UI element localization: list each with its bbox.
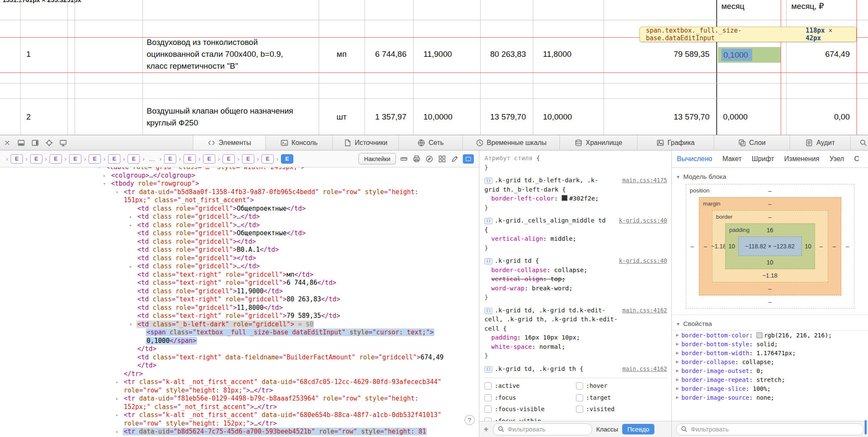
pseudo-class-toggle[interactable]: :visited [576, 405, 668, 414]
breadcrumb-element-chip[interactable]: E [203, 154, 215, 164]
pseudo-class-toggle[interactable]: :target [576, 393, 668, 403]
new-rule-button[interactable]: + [484, 425, 489, 434]
dom-tree-line[interactable]: <td class role="gridcell">11,9000</td> [0, 287, 479, 296]
sidebar-tab[interactable]: Шрифт [752, 155, 774, 163]
stylesheet-link[interactable]: main.css:4175 [622, 176, 667, 185]
css-rule[interactable]: {}.k-grid._cells_align_middle tdk-grid.s… [484, 216, 667, 253]
computed-property-row[interactable]: ▶border-image-source: none; [672, 393, 868, 402]
css-rule[interactable]: {}.k-grid td._b-left-dark, .k-main.css:4… [484, 176, 667, 212]
css-rule[interactable]: {}.k-grid td, .k-grid th {main.css:4162 [484, 365, 667, 374]
dom-tree-line[interactable]: <td class role="gridcell">Общепроектные<… [0, 229, 479, 238]
dom-tree-line[interactable]: ▸<tr data-uid="f81eb56e-0129-4498-b79c-b… [0, 395, 479, 403]
color-swatch[interactable] [562, 195, 568, 201]
grid-icon[interactable] [438, 155, 446, 163]
disclosure-right-icon[interactable]: ▶ [676, 332, 679, 338]
dom-tree-line[interactable]: <td class role="gridcell">В0.А.1</td> [0, 246, 479, 254]
sidebar-tab[interactable]: С [854, 155, 859, 163]
breadcrumb-element-chip[interactable]: E [184, 154, 196, 164]
disclosure-right-icon[interactable]: ▶ [676, 368, 679, 373]
checkbox-unchecked-icon[interactable] [576, 382, 583, 390]
breadcrumb-element-chip[interactable]: E [281, 154, 293, 164]
css-property[interactable]: white-space: normal; [484, 342, 667, 352]
dom-tree-line[interactable]: role="row" style="height: 81px;">…</tr> [0, 387, 479, 395]
breadcrumb-element-chip[interactable]: E [30, 154, 42, 164]
dom-tree-line[interactable]: 152px;" class="_not_first_accent">…</tr> [0, 403, 479, 412]
dom-tree-panel[interactable]: ▾<table role="grid" class="…" style="wid… [0, 167, 479, 437]
responsive-design-icon[interactable] [59, 139, 67, 147]
pseudo-class-toggle[interactable]: :focus [484, 393, 576, 403]
sidebar-tab[interactable]: Узел [829, 155, 844, 163]
compass-icon[interactable] [426, 155, 433, 163]
dom-tree-line[interactable]: </tr> [0, 370, 479, 379]
dom-tree-line[interactable]: ▸<td class role="gridcell">…</td> [0, 213, 479, 221]
print-icon[interactable] [413, 155, 420, 163]
disclosure-right-icon[interactable]: ▸ [103, 172, 106, 180]
breadcrumb-element-chip[interactable]: E [50, 154, 62, 164]
checkbox-unchecked-icon[interactable] [576, 406, 583, 413]
checkbox-unchecked-icon[interactable] [484, 394, 492, 401]
disclosure-right-icon[interactable]: ▸ [116, 395, 119, 403]
computed-property-row[interactable]: ▶border-bottom-style: solid; [672, 340, 868, 348]
breadcrumb-element-chip[interactable]: E [262, 154, 274, 164]
ruler-icon[interactable] [400, 155, 408, 163]
dom-tree-line[interactable]: ▾<tr data-uid="b5d8aa0f-1358-4fb3-9a87-0… [0, 188, 479, 197]
disclosure-right-icon[interactable]: ▸ [129, 262, 132, 271]
computed-property-row[interactable]: ▶border-image-repeat: stretch; [672, 375, 868, 384]
disclosure-right-icon[interactable]: ▸ [116, 411, 119, 420]
disclosure-down-icon[interactable]: ▾ [129, 320, 132, 329]
computed-property-row[interactable]: ▶border-bottom-width: 1.176471px; [672, 348, 868, 357]
checkbox-unchecked-icon[interactable] [576, 394, 583, 401]
dom-tree-line[interactable]: ▸<tr data-uid="b8d5624-7c75-45d6-a700-59… [0, 428, 479, 436]
pseudo-class-toggle[interactable]: :focus-visible [484, 405, 576, 414]
tab-network[interactable]: Сеть [399, 135, 463, 150]
pseudo-class-toggle[interactable]: :active [484, 381, 576, 391]
disclosure-right-icon[interactable]: ▶ [676, 359, 679, 365]
css-property[interactable]: border-collapse: collapse; [484, 266, 667, 275]
css-property[interactable]: vertical-align: top; [484, 275, 667, 284]
properties-section-header[interactable]: ▼ Свойства [672, 315, 868, 330]
breadcrumb-element-chip[interactable]: E [11, 154, 23, 164]
dock-side-icon[interactable] [31, 139, 39, 147]
breadcrumb-element-chip[interactable]: E [89, 154, 101, 164]
search-icon[interactable] [860, 139, 867, 147]
tab-elements[interactable]: Элементы [193, 135, 266, 150]
css-property[interactable]: word-wrap: break-word; [484, 284, 667, 293]
pencil-icon[interactable] [451, 155, 459, 163]
edit-input-field[interactable]: 0,1000 [721, 49, 752, 61]
styles-filter-input[interactable]: Фильтровать [493, 423, 592, 435]
checkbox-unchecked-icon[interactable] [484, 418, 492, 421]
disclosure-right-icon[interactable]: ▶ [676, 386, 679, 391]
tab-timelines[interactable]: Временные шкалы [463, 135, 560, 150]
stylesheet-link[interactable]: k-grid.scss:40 [619, 256, 667, 266]
dom-tree-line[interactable]: <td class role="gridcell"></td> [0, 238, 479, 246]
overlay-active-icon[interactable] [463, 154, 474, 164]
classes-button[interactable]: Классы [596, 426, 618, 433]
breadcrumb-element-chip[interactable]: E [223, 154, 235, 164]
dom-tree-line[interactable]: ▾<table role="grid" class="…" style="wid… [0, 167, 479, 172]
disclosure-right-icon[interactable]: ▸ [129, 221, 132, 230]
pseudo-class-toggle[interactable]: :focus-within [484, 417, 576, 421]
dom-tree-line[interactable]: <span class="textbox _full _size-base da… [0, 328, 479, 337]
dom-tree-line[interactable]: </td> [0, 362, 479, 370]
dom-tree-line[interactable]: ▸<tr class="k-alt _not_first_accent" dat… [0, 411, 479, 420]
dom-tree-line[interactable]: <td class role="gridcell">Общепроектные<… [0, 205, 479, 213]
dom-tree-line[interactable]: ▸<td class role="gridcell">…</td> [0, 221, 479, 230]
disclosure-right-icon[interactable]: ▸ [116, 378, 119, 387]
scrollbar-thumb[interactable] [865, 420, 867, 434]
dom-tree-line[interactable]: ▸<tr class="k-alt _not_first_accent" dat… [0, 378, 479, 387]
dock-bottom-icon[interactable] [17, 139, 25, 147]
disclosure-down-icon[interactable]: ▾ [116, 188, 119, 197]
computed-panel[interactable]: ВычисленоМакетШрифтИзмененияУзелС ▼ Моде… [672, 150, 868, 421]
sidebar-tab[interactable]: Вычислено [677, 155, 712, 163]
close-icon[interactable] [3, 139, 11, 147]
css-property[interactable]: padding: 16px 10px 10px; [484, 333, 667, 342]
disclosure-right-icon[interactable]: ▶ [676, 395, 679, 400]
dom-tree-line[interactable]: <td class="text-right" role="gridcell">8… [0, 295, 479, 304]
dom-tree-line[interactable]: ▾<tbody role="rowgroup"> [0, 180, 479, 188]
stylesheet-link[interactable]: main.css:4162 [622, 365, 667, 374]
pseudo-class-toggle[interactable]: :hover [576, 381, 668, 391]
tab-sources[interactable]: Источники [333, 135, 399, 150]
css-rule[interactable]: {}.k-grid td {k-grid.scss:40border-colla… [484, 256, 667, 302]
disclosure-right-icon[interactable]: ▸ [116, 428, 119, 436]
disclosure-right-icon[interactable]: ▸ [129, 213, 132, 221]
